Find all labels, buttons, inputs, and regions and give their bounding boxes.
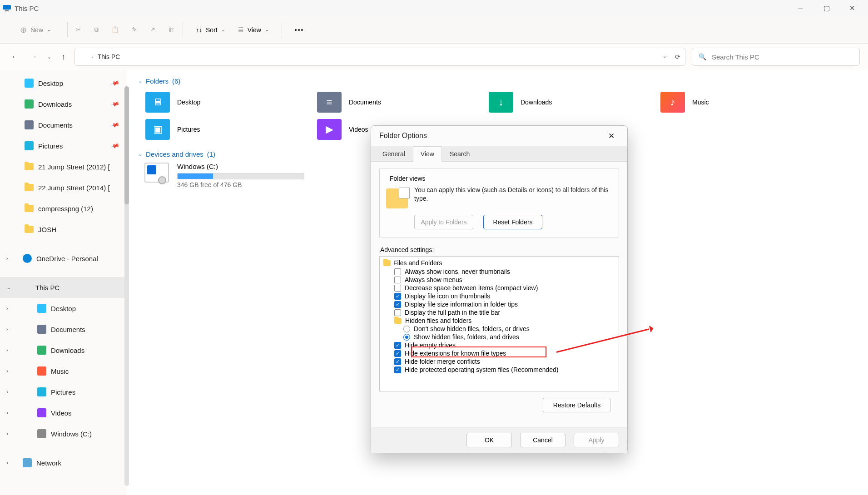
sidebar-network[interactable]: › Network <box>0 452 127 473</box>
navigation-pane[interactable]: Desktop 📌 Downloads 📌 Documents 📌 Pictur… <box>0 70 127 495</box>
tree-option-label: Display the full path in the title bar <box>405 309 500 316</box>
sidebar-this-pc[interactable]: ⌄ This PC <box>0 277 127 298</box>
apply-to-folders-button[interactable]: Apply to Folders <box>414 215 473 229</box>
tree-option-label: Hide folder merge conflicts <box>405 358 480 365</box>
folder-icon: 🖥 <box>145 92 170 113</box>
up-button[interactable]: ↑ <box>61 52 65 62</box>
pin-icon: 📌 <box>110 79 119 88</box>
folder-views-heading: Folder views <box>388 175 427 182</box>
tree-option[interactable]: Don't show hidden files, folders, or dri… <box>382 325 616 333</box>
tree-option[interactable]: Always show menus <box>382 276 616 284</box>
forward-button[interactable]: → <box>29 52 37 62</box>
tree-option[interactable]: ✓Display file icon on thumbnails <box>382 292 616 300</box>
sidebar-item-label: Desktop <box>38 79 63 87</box>
sidebar-item[interactable]: Documents 📌 <box>0 114 127 135</box>
sidebar-item-label: Downloads <box>38 100 72 108</box>
maximize-button[interactable]: ▢ <box>813 0 839 16</box>
tree-option[interactable]: Show hidden files, folders, and drives <box>382 333 616 341</box>
sidebar-item[interactable]: 21 Jump Street (2012) [ <box>0 156 127 177</box>
checkbox[interactable]: ✓ <box>394 293 401 300</box>
sidebar-item[interactable]: › Windows (C:) <box>0 423 127 444</box>
sidebar-item-label: This PC <box>35 284 60 292</box>
sort-button[interactable]: ↑↓ Sort ⌄ <box>191 24 230 36</box>
ok-button[interactable]: OK <box>466 433 512 447</box>
radio-button[interactable] <box>403 334 410 341</box>
tree-option[interactable]: ✓Hide protected operating system files (… <box>382 366 616 374</box>
tree-option[interactable]: Display the full path in the title bar <box>382 308 616 317</box>
reset-folders-button[interactable]: Reset Folders <box>483 215 542 229</box>
sidebar-item[interactable]: JOSH <box>0 219 127 240</box>
checkbox[interactable] <box>394 285 401 292</box>
tree-option[interactable]: Always show icons, never thumbnails <box>382 267 616 276</box>
dialog-tab-search[interactable]: Search <box>442 146 477 162</box>
folder-tile[interactable]: 🖥 Desktop <box>142 89 310 115</box>
search-input[interactable] <box>712 53 853 61</box>
dialog-tab-view[interactable]: View <box>413 146 442 162</box>
address-dropdown-button[interactable]: ⌄ <box>663 53 667 60</box>
checkbox[interactable]: ✓ <box>394 366 401 373</box>
chevron-right-icon: › <box>6 389 8 395</box>
tree-group: Hidden files and folders <box>382 317 616 325</box>
radio-button[interactable] <box>403 326 410 332</box>
sidebar-item[interactable]: Downloads 📌 <box>0 94 127 114</box>
dialog-close-button[interactable]: ✕ <box>604 129 619 144</box>
advanced-settings-label: Advanced settings: <box>380 246 619 253</box>
checkbox[interactable]: ✓ <box>394 342 401 349</box>
sidebar-onedrive[interactable]: › OneDrive - Personal <box>0 248 127 269</box>
minimize-button[interactable]: ─ <box>788 0 813 16</box>
sidebar-item[interactable]: › Pictures <box>0 381 127 402</box>
checkbox[interactable] <box>394 309 401 316</box>
dialog-tab-general[interactable]: General <box>375 146 413 162</box>
folder-icon <box>37 408 46 417</box>
checkbox[interactable] <box>394 268 401 275</box>
folder-tile[interactable]: ↓ Downloads <box>485 89 653 115</box>
cancel-button[interactable]: Cancel <box>520 433 565 447</box>
checkbox[interactable] <box>394 277 401 283</box>
sidebar-item[interactable]: › Videos <box>0 402 127 423</box>
sidebar-item-label: JOSH <box>38 226 56 233</box>
sidebar-item[interactable]: › Downloads <box>0 340 127 361</box>
address-bar[interactable]: › This PC ⌄ ⟳ <box>74 48 685 66</box>
sidebar-item-label: Music <box>51 367 69 375</box>
close-button[interactable]: ✕ <box>839 0 865 16</box>
checkbox[interactable]: ✓ <box>394 358 401 365</box>
group-folders-header[interactable]: ⌄ Folders (6) <box>138 77 860 85</box>
tree-option[interactable]: ✓Hide folder merge conflicts <box>382 357 616 366</box>
tree-option[interactable]: ✓Display file size information in folder… <box>382 300 616 308</box>
dialog-tabs: GeneralViewSearch <box>371 146 627 162</box>
sidebar-scrollbar-thumb[interactable] <box>124 86 129 204</box>
more-button[interactable]: ••• <box>290 24 309 36</box>
sidebar-item[interactable]: Desktop 📌 <box>0 73 127 94</box>
advanced-settings-tree[interactable]: Files and Folders Always show icons, nev… <box>379 256 619 391</box>
sidebar-item[interactable]: › Documents <box>0 319 127 340</box>
search-box[interactable]: 🔍 <box>692 48 860 66</box>
sidebar-item[interactable]: Pictures 📌 <box>0 135 127 156</box>
folder-views-group: Folder views You can apply this view (su… <box>379 168 619 238</box>
checkbox[interactable]: ✓ <box>394 350 401 357</box>
delete-icon: 🗑 <box>168 26 174 34</box>
toolbar-divider <box>67 22 68 38</box>
chevron-down-icon: ⌄ <box>138 78 142 84</box>
apply-button[interactable]: Apply <box>574 433 619 447</box>
view-button[interactable]: ☰ View ⌄ <box>233 24 273 36</box>
folder-tile[interactable]: ≡ Documents <box>313 89 481 115</box>
folder-tile[interactable]: ▣ Pictures <box>142 117 310 142</box>
sidebar-item-label: Network <box>36 459 61 467</box>
checkbox[interactable]: ✓ <box>394 301 401 308</box>
back-button[interactable]: ← <box>11 52 19 62</box>
recent-locations-button[interactable]: ⌄ <box>47 54 51 60</box>
sidebar-item[interactable]: compresspng (12) <box>0 198 127 219</box>
sidebar-item[interactable]: › Music <box>0 361 127 381</box>
folder-tile[interactable]: ♪ Music <box>657 89 825 115</box>
restore-defaults-button[interactable]: Restore Defaults <box>543 398 611 412</box>
folder-views-text: You can apply this view (such as Details… <box>414 186 612 208</box>
refresh-button[interactable]: ⟳ <box>675 53 680 60</box>
sidebar-item[interactable]: 22 Jump Street (2014) [ <box>0 177 127 198</box>
sidebar-item-label: Documents <box>51 326 85 333</box>
breadcrumb-this-pc[interactable]: This PC <box>98 53 120 60</box>
tree-option-label: Display file icon on thumbnails <box>405 292 490 300</box>
tree-option[interactable]: Decrease space between items (compact vi… <box>382 284 616 292</box>
folder-icon <box>25 163 34 170</box>
new-button[interactable]: ⊕ New ⌄ <box>9 22 59 38</box>
sidebar-item[interactable]: › Desktop <box>0 298 127 319</box>
